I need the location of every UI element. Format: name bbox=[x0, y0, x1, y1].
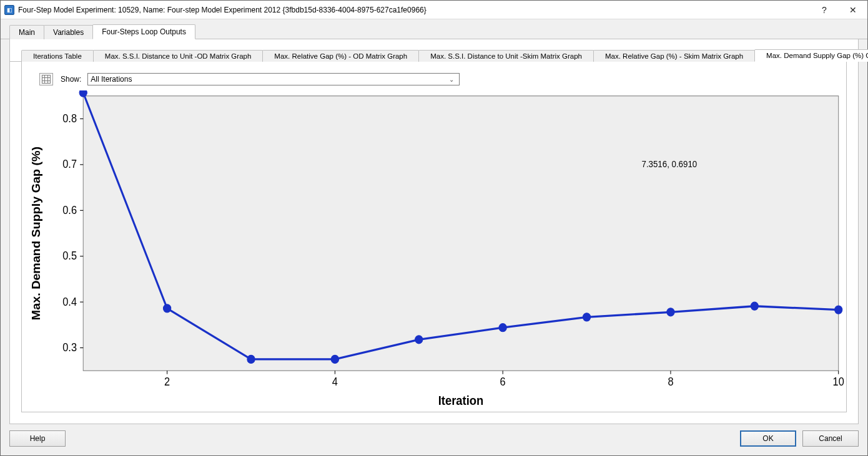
svg-rect-5 bbox=[83, 96, 838, 371]
grid-icon bbox=[42, 75, 51, 84]
button-label: OK bbox=[762, 434, 773, 443]
button-label: Cancel bbox=[819, 434, 842, 443]
cursor-annotation: 7.3516, 0.6910 bbox=[642, 160, 698, 170]
svg-text:0.6: 0.6 bbox=[62, 204, 77, 216]
outer-tab-strip: Main Variables Four-Steps Loop Outputs bbox=[1, 22, 867, 39]
close-icon[interactable]: ✕ bbox=[839, 1, 867, 19]
chevron-down-icon: ⌄ bbox=[446, 76, 456, 83]
svg-text:6: 6 bbox=[500, 376, 506, 389]
tab-label: Variables bbox=[53, 28, 84, 37]
series-point bbox=[499, 324, 506, 332]
button-label: Help bbox=[30, 434, 46, 443]
tab-label: Max. Demand Supply Gap (%) Graph bbox=[766, 52, 868, 59]
tab-variables[interactable]: Variables bbox=[44, 25, 93, 39]
show-select-value: All Iterations bbox=[91, 75, 132, 84]
cancel-button[interactable]: Cancel bbox=[802, 430, 859, 447]
series-point bbox=[751, 302, 758, 310]
series-point bbox=[835, 306, 842, 314]
x-axis-title: Iteration bbox=[438, 394, 484, 407]
tab-rel-gap-od-graph[interactable]: Max. Relative Gap (%) - OD Matrix Graph bbox=[262, 50, 419, 62]
tab-ssi-od-graph[interactable]: Max. S.S.I. Distance to Unit -OD Matrix … bbox=[93, 50, 264, 62]
app-icon: ◧ bbox=[4, 5, 14, 15]
series-point bbox=[163, 304, 170, 313]
chart-toolbar: Show: All Iterations ⌄ bbox=[22, 62, 846, 90]
dialog-window: ◧ Four-Step Model Experiment: 10529, Nam… bbox=[0, 0, 868, 456]
tab-label: Max. Relative Gap (%) - Skim Matrix Grap… bbox=[605, 52, 743, 60]
series-point bbox=[331, 355, 338, 363]
inner-tab-strip: Iterations Table Max. S.S.I. Distance to… bbox=[10, 46, 858, 62]
line-chart: 0.30.40.50.60.70.8246810IterationMax. De… bbox=[22, 90, 846, 412]
tab-label: Iterations Table bbox=[33, 52, 82, 60]
svg-text:2: 2 bbox=[164, 376, 170, 389]
help-icon[interactable]: ? bbox=[810, 1, 839, 19]
svg-text:0.4: 0.4 bbox=[62, 296, 77, 308]
window-controls: ? ✕ bbox=[810, 1, 867, 19]
tab-label: Max. S.S.I. Distance to Unit -Skim Matri… bbox=[430, 52, 582, 60]
outer-tab-content: Iterations Table Max. S.S.I. Distance to… bbox=[9, 39, 859, 424]
tab-iterations-table[interactable]: Iterations Table bbox=[21, 50, 94, 62]
tab-label: Four-Steps Loop Outputs bbox=[102, 27, 186, 36]
svg-rect-0 bbox=[42, 75, 51, 84]
grid-toggle-button[interactable] bbox=[39, 73, 53, 85]
series-point bbox=[79, 90, 87, 97]
tab-main[interactable]: Main bbox=[9, 25, 44, 39]
tab-label: Max. S.S.I. Distance to Unit -OD Matrix … bbox=[105, 52, 252, 60]
svg-text:0.3: 0.3 bbox=[62, 342, 77, 354]
series-point bbox=[667, 308, 674, 316]
tab-ssi-skim-graph[interactable]: Max. S.S.I. Distance to Unit -Skim Matri… bbox=[418, 50, 594, 62]
tab-label: Max. Relative Gap (%) - OD Matrix Graph bbox=[274, 52, 407, 60]
tab-four-steps-loop-outputs[interactable]: Four-Steps Loop Outputs bbox=[92, 24, 195, 39]
tab-label: Main bbox=[19, 28, 35, 37]
svg-text:0.7: 0.7 bbox=[62, 158, 77, 171]
series-point bbox=[247, 355, 255, 363]
window-title: Four-Step Model Experiment: 10529, Name:… bbox=[18, 6, 810, 14]
show-select[interactable]: All Iterations ⌄ bbox=[87, 73, 460, 85]
chart-area: 0.30.40.50.60.70.8246810IterationMax. De… bbox=[22, 90, 846, 412]
series-point bbox=[415, 336, 423, 344]
help-button[interactable]: Help bbox=[9, 430, 66, 447]
tab-demand-supply-gap-graph[interactable]: Max. Demand Supply Gap (%) Graph bbox=[754, 49, 868, 62]
ok-button[interactable]: OK bbox=[740, 430, 796, 447]
series-point bbox=[583, 313, 590, 321]
svg-text:8: 8 bbox=[668, 376, 673, 389]
svg-text:0.5: 0.5 bbox=[62, 250, 77, 263]
show-label: Show: bbox=[61, 75, 81, 84]
dialog-footer: Help OK Cancel bbox=[1, 424, 867, 455]
inner-tab-content: Show: All Iterations ⌄ 0.30.40.50.60.70.… bbox=[21, 62, 847, 412]
svg-text:0.8: 0.8 bbox=[62, 112, 77, 125]
svg-text:4: 4 bbox=[332, 376, 338, 389]
title-bar: ◧ Four-Step Model Experiment: 10529, Nam… bbox=[1, 1, 867, 19]
tab-rel-gap-skim-graph[interactable]: Max. Relative Gap (%) - Skim Matrix Grap… bbox=[593, 50, 755, 62]
y-axis-title: Max. Demand Supply Gap (%) bbox=[29, 147, 42, 320]
svg-text:10: 10 bbox=[833, 376, 844, 389]
